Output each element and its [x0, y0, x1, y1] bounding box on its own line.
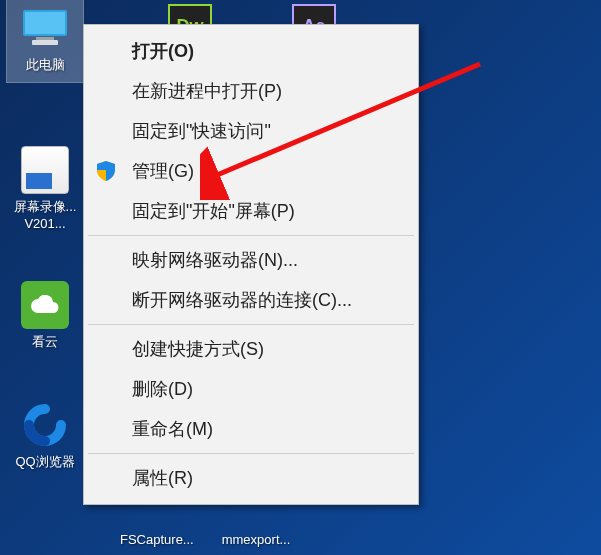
desktop-icon-column: 此电脑 屏幕录像... V201... 看云 QQ浏览 — [0, 0, 90, 479]
menu-disconnect-drive[interactable]: 断开网络驱动器的连接(C)... — [84, 280, 418, 320]
desktop-icon-label: 看云 — [32, 333, 58, 351]
desktop-icon-label: 屏幕录像... V201... — [14, 198, 77, 231]
menu-manage[interactable]: 管理(G) — [84, 151, 418, 191]
menu-item-label: 创建快捷方式(S) — [132, 337, 264, 361]
svg-rect-2 — [36, 37, 54, 40]
menu-open-new-process[interactable]: 在新进程中打开(P) — [84, 71, 418, 111]
desktop-icon-cloud[interactable]: 看云 — [7, 277, 83, 359]
menu-item-label: 重命名(M) — [132, 417, 213, 441]
menu-open[interactable]: 打开(O) — [84, 31, 418, 71]
menu-properties[interactable]: 属性(R) — [84, 458, 418, 498]
recorder-icon — [21, 146, 69, 194]
desktop-icon-label[interactable]: FSCapture... — [120, 532, 194, 547]
menu-separator — [88, 235, 414, 236]
menu-item-label: 固定到"开始"屏幕(P) — [132, 199, 295, 223]
menu-item-label: 删除(D) — [132, 377, 193, 401]
qqbrowser-icon — [21, 401, 69, 449]
menu-separator — [88, 324, 414, 325]
desktop-icon-label: QQ浏览器 — [15, 453, 74, 471]
this-pc-icon — [21, 4, 69, 52]
menu-create-shortcut[interactable]: 创建快捷方式(S) — [84, 329, 418, 369]
bottom-icon-labels: FSCapture... mmexport... — [120, 532, 290, 547]
menu-pin-quick-access[interactable]: 固定到"快速访问" — [84, 111, 418, 151]
menu-item-label: 属性(R) — [132, 466, 193, 490]
desktop-icon-recorder[interactable]: 屏幕录像... V201... — [7, 142, 83, 239]
desktop-icon-this-pc[interactable]: 此电脑 — [7, 0, 83, 82]
menu-item-label: 打开(O) — [132, 39, 194, 63]
menu-item-label: 断开网络驱动器的连接(C)... — [132, 288, 352, 312]
svg-rect-3 — [32, 40, 58, 45]
desktop-icon-label: 此电脑 — [26, 56, 65, 74]
context-menu: 打开(O) 在新进程中打开(P) 固定到"快速访问" 管理(G) 固定到"开始"… — [83, 24, 419, 505]
desktop-icon-label[interactable]: mmexport... — [222, 532, 291, 547]
menu-separator — [88, 453, 414, 454]
menu-item-label: 在新进程中打开(P) — [132, 79, 282, 103]
menu-pin-start[interactable]: 固定到"开始"屏幕(P) — [84, 191, 418, 231]
menu-rename[interactable]: 重命名(M) — [84, 409, 418, 449]
cloud-icon — [21, 281, 69, 329]
uac-shield-icon — [94, 159, 118, 183]
menu-map-drive[interactable]: 映射网络驱动器(N)... — [84, 240, 418, 280]
menu-item-label: 管理(G) — [132, 159, 194, 183]
desktop-icon-browser[interactable]: QQ浏览器 — [7, 397, 83, 479]
menu-item-label: 映射网络驱动器(N)... — [132, 248, 298, 272]
menu-item-label: 固定到"快速访问" — [132, 119, 271, 143]
svg-rect-1 — [25, 12, 65, 34]
menu-delete[interactable]: 删除(D) — [84, 369, 418, 409]
desktop: Dw Ae 此电脑 屏幕录像... V201... — [0, 0, 601, 555]
